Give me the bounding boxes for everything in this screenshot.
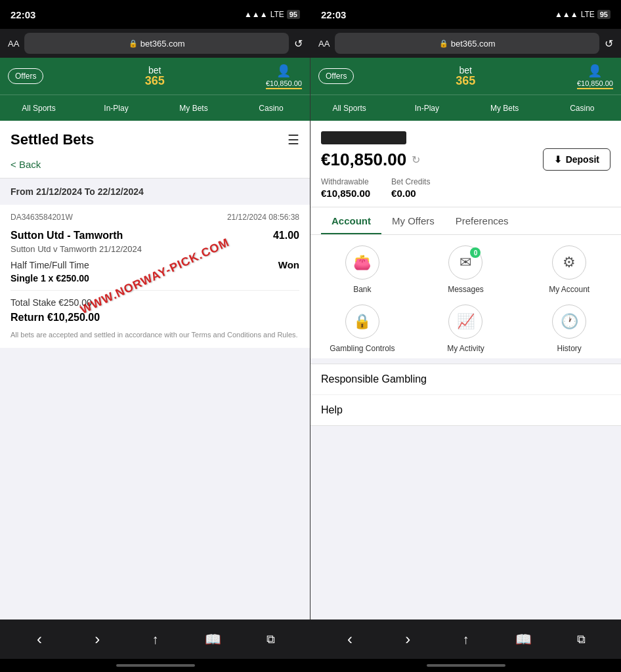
history-icon-circle: 🕐	[552, 304, 586, 339]
bookmarks-nav-right[interactable]: 📖	[511, 626, 537, 652]
bank-icon: 👛	[353, 254, 371, 271]
tabs-nav-right[interactable]: ⧉	[568, 626, 595, 652]
bet365-logo-right: bet 365	[456, 66, 475, 87]
tab-account[interactable]: Account	[321, 207, 381, 234]
bank-label: Bank	[353, 285, 371, 294]
nav-bar-right: All Sports In-Play My Bets Casino	[310, 94, 621, 121]
my-activity-icon-item[interactable]: 📈 My Activity	[414, 304, 518, 353]
forward-nav-right[interactable]: ›	[395, 626, 421, 652]
lte-label-left: LTE	[270, 10, 284, 19]
nav-mybets-left[interactable]: My Bets	[155, 98, 232, 118]
nav-bar-left: All Sports In-Play My Bets Casino	[0, 94, 310, 121]
nav-casino-left[interactable]: Casino	[232, 98, 310, 118]
bet365-logo-left: bet 365	[145, 66, 165, 87]
account-icons-grid: 👛 Bank ✉ 0 Messages ⚙ My Account 🔒	[310, 235, 621, 358]
bet-ref: DA3463584201W	[11, 213, 73, 222]
offers-button-right[interactable]: Offers	[318, 68, 354, 84]
account-balance-left: €10,850.00	[266, 79, 302, 89]
bet-stake: Total Stake €250.00	[11, 297, 299, 308]
forward-nav-left[interactable]: ›	[84, 626, 110, 652]
account-area-right[interactable]: 👤 €10,850.00	[577, 64, 613, 89]
messages-icon-item[interactable]: ✉ 0 Messages	[414, 245, 518, 294]
bottom-nav-left: ‹ › ↑ 📖 ⧉	[0, 620, 310, 659]
withdrawable-value: €10,850.00	[321, 188, 370, 199]
nav-mybets-right[interactable]: My Bets	[466, 98, 544, 118]
gambling-controls-label: Gambling Controls	[330, 344, 395, 353]
tabs-nav-left[interactable]: ⧉	[258, 626, 284, 652]
history-icon-item[interactable]: 🕐 History	[517, 304, 621, 353]
balance-details: Withdrawable €10,850.00 Bet Credits €0.0…	[321, 177, 610, 199]
bookmarks-nav-left[interactable]: 📖	[200, 626, 226, 652]
nav-all-sports-right[interactable]: All Sports	[310, 98, 388, 118]
bet-text-right: bet	[459, 66, 471, 75]
bet-market: Half Time/Full Time	[11, 260, 89, 270]
browser-url-right: bet365.com	[451, 39, 496, 49]
messages-icon: ✉	[460, 254, 471, 271]
balance-refresh-icon[interactable]: ↻	[412, 154, 420, 166]
hamburger-icon[interactable]: ☰	[288, 132, 299, 148]
tab-preferences[interactable]: Preferences	[445, 207, 519, 234]
lock-icon-left: 🔒	[129, 39, 138, 48]
bet-single: Single 1 x €250.00	[11, 273, 299, 284]
balance-left: €10,850.00 ↻	[321, 150, 420, 170]
responsible-gambling-item[interactable]: Responsible Gambling	[310, 364, 621, 395]
bet-return: Return €10,250.00	[11, 312, 299, 324]
nav-inplay-left[interactable]: In-Play	[77, 98, 155, 118]
bet-result: Won	[278, 259, 299, 270]
my-activity-icon-circle: 📈	[448, 304, 482, 339]
refresh-icon-left[interactable]: ↺	[294, 37, 303, 50]
deposit-icon: ⬇	[554, 154, 562, 165]
bet-terms: All bets are accepted and settled in acc…	[11, 330, 299, 340]
help-item[interactable]: Help	[310, 395, 621, 425]
my-activity-label: My Activity	[447, 344, 484, 353]
bet-text-left: bet	[148, 66, 161, 75]
my-account-icon-item[interactable]: ⚙ My Account	[517, 245, 621, 294]
browser-aa-right[interactable]: AA	[318, 39, 330, 49]
right-header: Offers bet 365 👤 €10,850.00	[310, 58, 621, 94]
account-area-left[interactable]: 👤 €10,850.00	[266, 64, 302, 89]
offers-button-left[interactable]: Offers	[8, 68, 43, 84]
bet-match: Sutton Utd - Tamworth	[11, 230, 123, 242]
account-icon-right: 👤	[588, 64, 602, 78]
bet-odds: 41.00	[273, 230, 299, 242]
settled-bets-header: Settled Bets ☰	[0, 121, 310, 154]
browser-aa-left[interactable]: AA	[8, 39, 19, 49]
share-nav-left[interactable]: ↑	[142, 626, 168, 652]
browser-url-left: bet365.com	[140, 39, 185, 49]
messages-label: Messages	[448, 285, 484, 294]
back-button[interactable]: < Back	[11, 159, 299, 170]
messages-icon-circle: ✉ 0	[448, 245, 482, 280]
lte-label-right: LTE	[581, 10, 595, 19]
withdrawable-item: Withdrawable €10,850.00	[321, 177, 370, 199]
status-icons-left: ▲▲▲ LTE 95	[244, 10, 300, 19]
history-icon: 🕐	[561, 313, 578, 330]
browser-url-box-left[interactable]: 🔒 bet365.com	[24, 33, 289, 54]
gambling-controls-icon-item[interactable]: 🔒 Gambling Controls	[310, 304, 414, 353]
bank-icon-item[interactable]: 👛 Bank	[310, 245, 414, 294]
nav-inplay-right[interactable]: In-Play	[388, 98, 465, 118]
battery-right: 95	[597, 10, 610, 19]
my-account-icon-circle: ⚙	[552, 245, 586, 280]
bet-match-row: Sutton Utd - Tamworth 41.00	[11, 230, 299, 242]
back-nav-right[interactable]: ‹	[337, 626, 363, 652]
home-bar-right	[427, 664, 505, 667]
home-indicator-right	[310, 659, 621, 672]
main-balance: €10,850.00	[321, 150, 406, 170]
bet-result-row: Half Time/Full Time Won	[11, 259, 299, 270]
browser-url-box-right[interactable]: 🔒 bet365.com	[335, 33, 599, 54]
back-link-container: < Back	[0, 154, 310, 178]
refresh-icon-right[interactable]: ↺	[605, 37, 613, 50]
bet-credits-label: Bet Credits	[391, 177, 430, 186]
deposit-button[interactable]: ⬇ Deposit	[543, 148, 610, 171]
history-label: History	[557, 344, 581, 353]
tab-my-offers[interactable]: My Offers	[381, 207, 445, 234]
nav-all-sports-left[interactable]: All Sports	[0, 98, 77, 118]
share-nav-right[interactable]: ↑	[452, 626, 479, 652]
balance-row: €10,850.00 ↻ ⬇ Deposit	[321, 148, 610, 171]
nav-casino-right[interactable]: Casino	[544, 98, 621, 118]
withdrawable-label: Withdrawable	[321, 177, 370, 186]
bottom-nav-right: ‹ › ↑ 📖 ⧉	[310, 620, 621, 659]
home-indicators	[0, 659, 621, 672]
back-nav-left[interactable]: ‹	[26, 626, 53, 652]
menu-section: Responsible Gambling Help	[310, 364, 621, 426]
